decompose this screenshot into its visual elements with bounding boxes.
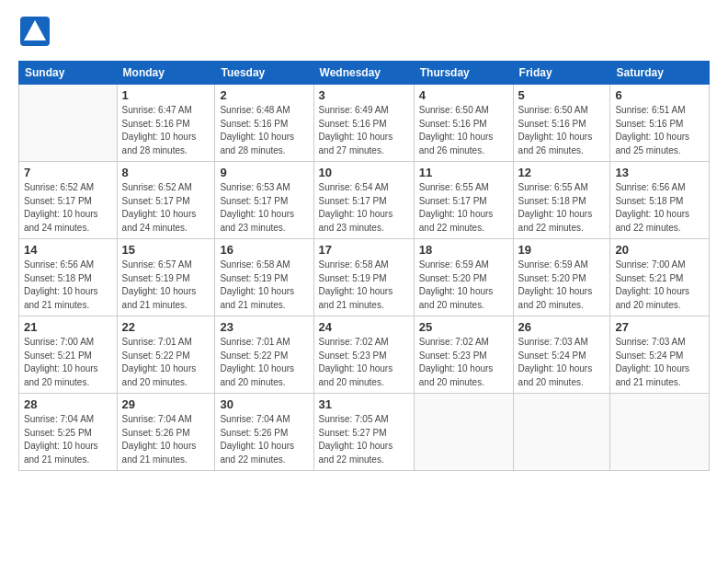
header <box>18 15 710 52</box>
day-info: Sunrise: 6:56 AMSunset: 5:18 PMDaylight:… <box>24 259 112 312</box>
day-info: Sunrise: 6:58 AMSunset: 5:19 PMDaylight:… <box>220 259 308 312</box>
calendar-cell: 13Sunrise: 6:56 AMSunset: 5:18 PMDayligh… <box>610 162 710 239</box>
day-info: Sunrise: 6:57 AMSunset: 5:19 PMDaylight:… <box>122 259 210 312</box>
calendar-header-row: SundayMondayTuesdayWednesdayThursdayFrid… <box>19 62 710 85</box>
day-info: Sunrise: 7:00 AMSunset: 5:21 PMDaylight:… <box>615 259 704 312</box>
day-info: Sunrise: 7:02 AMSunset: 5:23 PMDaylight:… <box>419 336 508 389</box>
calendar-cell: 6Sunrise: 6:51 AMSunset: 5:16 PMDaylight… <box>610 85 710 162</box>
day-info: Sunrise: 7:02 AMSunset: 5:23 PMDaylight:… <box>319 336 409 389</box>
calendar-cell: 15Sunrise: 6:57 AMSunset: 5:19 PMDayligh… <box>117 239 215 316</box>
calendar-cell: 18Sunrise: 6:59 AMSunset: 5:20 PMDayligh… <box>414 239 513 316</box>
calendar-cell: 17Sunrise: 6:58 AMSunset: 5:19 PMDayligh… <box>313 239 414 316</box>
calendar-cell: 28Sunrise: 7:04 AMSunset: 5:25 PMDayligh… <box>19 394 118 471</box>
calendar-cell: 5Sunrise: 6:50 AMSunset: 5:16 PMDaylight… <box>513 85 610 162</box>
day-info: Sunrise: 6:52 AMSunset: 5:17 PMDaylight:… <box>122 181 210 235</box>
day-info: Sunrise: 6:52 AMSunset: 5:17 PMDaylight:… <box>24 181 112 235</box>
calendar-cell: 12Sunrise: 6:55 AMSunset: 5:18 PMDayligh… <box>513 162 610 239</box>
day-number: 24 <box>319 320 409 334</box>
calendar-cell: 25Sunrise: 7:02 AMSunset: 5:23 PMDayligh… <box>414 316 513 394</box>
calendar-cell: 19Sunrise: 6:59 AMSunset: 5:20 PMDayligh… <box>513 239 610 316</box>
day-number: 3 <box>319 88 409 102</box>
day-info: Sunrise: 6:53 AMSunset: 5:17 PMDaylight:… <box>220 181 308 235</box>
day-info: Sunrise: 6:54 AMSunset: 5:17 PMDaylight:… <box>319 181 409 235</box>
calendar-cell: 10Sunrise: 6:54 AMSunset: 5:17 PMDayligh… <box>313 162 414 239</box>
day-number: 18 <box>419 243 508 257</box>
calendar-week-3: 14Sunrise: 6:56 AMSunset: 5:18 PMDayligh… <box>19 239 710 316</box>
day-number: 21 <box>24 320 112 334</box>
day-number: 20 <box>615 243 704 257</box>
day-info: Sunrise: 6:47 AMSunset: 5:16 PMDaylight:… <box>122 104 210 157</box>
calendar-header-friday: Friday <box>513 62 610 85</box>
day-number: 15 <box>122 243 210 257</box>
calendar-cell: 8Sunrise: 6:52 AMSunset: 5:17 PMDaylight… <box>117 162 215 239</box>
day-info: Sunrise: 7:00 AMSunset: 5:21 PMDaylight:… <box>24 336 112 389</box>
calendar-cell: 14Sunrise: 6:56 AMSunset: 5:18 PMDayligh… <box>19 239 118 316</box>
day-info: Sunrise: 7:01 AMSunset: 5:22 PMDaylight:… <box>122 336 210 389</box>
day-info: Sunrise: 6:51 AMSunset: 5:16 PMDaylight:… <box>615 104 704 157</box>
calendar-cell: 27Sunrise: 7:03 AMSunset: 5:24 PMDayligh… <box>610 316 710 394</box>
day-number: 23 <box>220 320 308 334</box>
day-number: 11 <box>419 166 508 179</box>
calendar-header-tuesday: Tuesday <box>215 62 313 85</box>
calendar-header-thursday: Thursday <box>414 62 513 85</box>
calendar-cell: 31Sunrise: 7:05 AMSunset: 5:27 PMDayligh… <box>313 394 414 471</box>
day-info: Sunrise: 6:50 AMSunset: 5:16 PMDaylight:… <box>419 104 508 157</box>
day-number: 8 <box>122 166 210 179</box>
day-number: 7 <box>24 166 112 179</box>
calendar-cell: 30Sunrise: 7:04 AMSunset: 5:26 PMDayligh… <box>215 394 313 471</box>
logo <box>18 15 56 52</box>
calendar-cell: 23Sunrise: 7:01 AMSunset: 5:22 PMDayligh… <box>215 316 313 394</box>
calendar-cell <box>414 394 513 471</box>
calendar-week-4: 21Sunrise: 7:00 AMSunset: 5:21 PMDayligh… <box>19 316 710 394</box>
calendar-cell: 1Sunrise: 6:47 AMSunset: 5:16 PMDaylight… <box>117 85 215 162</box>
calendar-cell <box>19 85 118 162</box>
calendar-table: SundayMondayTuesdayWednesdayThursdayFrid… <box>18 61 710 471</box>
day-info: Sunrise: 7:04 AMSunset: 5:26 PMDaylight:… <box>220 413 308 466</box>
calendar-cell: 21Sunrise: 7:00 AMSunset: 5:21 PMDayligh… <box>19 316 118 394</box>
calendar-week-1: 1Sunrise: 6:47 AMSunset: 5:16 PMDaylight… <box>19 85 710 162</box>
day-number: 12 <box>518 166 606 179</box>
calendar-cell: 29Sunrise: 7:04 AMSunset: 5:26 PMDayligh… <box>117 394 215 471</box>
calendar-cell: 20Sunrise: 7:00 AMSunset: 5:21 PMDayligh… <box>610 239 710 316</box>
calendar-cell: 16Sunrise: 6:58 AMSunset: 5:19 PMDayligh… <box>215 239 313 316</box>
day-number: 19 <box>518 243 606 257</box>
day-number: 25 <box>419 320 508 334</box>
day-info: Sunrise: 6:50 AMSunset: 5:16 PMDaylight:… <box>518 104 606 157</box>
day-info: Sunrise: 6:55 AMSunset: 5:17 PMDaylight:… <box>419 181 508 235</box>
day-number: 9 <box>220 166 308 179</box>
day-info: Sunrise: 7:03 AMSunset: 5:24 PMDaylight:… <box>518 336 606 389</box>
day-number: 31 <box>319 397 409 411</box>
calendar-week-5: 28Sunrise: 7:04 AMSunset: 5:25 PMDayligh… <box>19 394 710 471</box>
day-info: Sunrise: 6:55 AMSunset: 5:18 PMDaylight:… <box>518 181 606 235</box>
day-number: 26 <box>518 320 606 334</box>
day-number: 10 <box>319 166 409 179</box>
day-number: 17 <box>319 243 409 257</box>
day-number: 1 <box>122 88 210 102</box>
calendar-cell: 3Sunrise: 6:49 AMSunset: 5:16 PMDaylight… <box>313 85 414 162</box>
day-number: 27 <box>615 320 704 334</box>
day-info: Sunrise: 7:04 AMSunset: 5:25 PMDaylight:… <box>24 413 112 466</box>
calendar-cell <box>513 394 610 471</box>
day-info: Sunrise: 7:04 AMSunset: 5:26 PMDaylight:… <box>122 413 210 466</box>
page-container: SundayMondayTuesdayWednesdayThursdayFrid… <box>0 0 728 563</box>
day-info: Sunrise: 6:48 AMSunset: 5:16 PMDaylight:… <box>220 104 308 157</box>
calendar-cell <box>610 394 710 471</box>
calendar-cell: 4Sunrise: 6:50 AMSunset: 5:16 PMDaylight… <box>414 85 513 162</box>
calendar-header-wednesday: Wednesday <box>313 62 414 85</box>
day-number: 28 <box>24 397 112 411</box>
calendar-header-saturday: Saturday <box>610 62 710 85</box>
day-info: Sunrise: 6:56 AMSunset: 5:18 PMDaylight:… <box>615 181 704 235</box>
day-info: Sunrise: 7:03 AMSunset: 5:24 PMDaylight:… <box>615 336 704 389</box>
day-number: 13 <box>615 166 704 179</box>
day-number: 29 <box>122 397 210 411</box>
day-info: Sunrise: 6:49 AMSunset: 5:16 PMDaylight:… <box>319 104 409 157</box>
calendar-header-monday: Monday <box>117 62 215 85</box>
day-info: Sunrise: 6:59 AMSunset: 5:20 PMDaylight:… <box>419 259 508 312</box>
day-info: Sunrise: 6:59 AMSunset: 5:20 PMDaylight:… <box>518 259 606 312</box>
day-number: 4 <box>419 88 508 102</box>
calendar-cell: 11Sunrise: 6:55 AMSunset: 5:17 PMDayligh… <box>414 162 513 239</box>
day-number: 30 <box>220 397 308 411</box>
calendar-cell: 9Sunrise: 6:53 AMSunset: 5:17 PMDaylight… <box>215 162 313 239</box>
day-info: Sunrise: 7:05 AMSunset: 5:27 PMDaylight:… <box>319 413 409 466</box>
day-number: 22 <box>122 320 210 334</box>
